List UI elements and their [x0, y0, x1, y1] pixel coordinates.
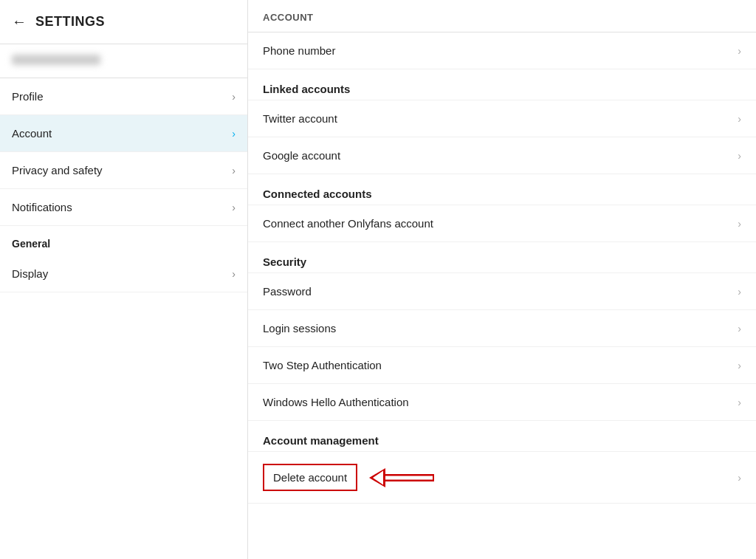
chevron-right-icon: › — [232, 165, 236, 176]
sidebar-item-privacy[interactable]: Privacy and safety › — [0, 152, 247, 189]
content-row-twitter[interactable]: Twitter account › — [248, 100, 756, 137]
row-label: Phone number — [263, 44, 335, 57]
back-icon[interactable]: ← — [12, 13, 27, 30]
sidebar-title: SETTINGS — [35, 14, 105, 30]
sidebar-item-account[interactable]: Account › — [0, 115, 247, 152]
row-label: Password — [263, 285, 312, 298]
section-connected-accounts: Connected accounts — [248, 174, 756, 205]
sidebar-item-label: Account — [12, 127, 52, 140]
content-row-login-sessions[interactable]: Login sessions › — [248, 310, 756, 347]
section-account-management: Account management — [248, 421, 756, 452]
chevron-right-icon: › — [232, 128, 236, 140]
sidebar-item-label: Profile — [12, 90, 44, 103]
content-row-google[interactable]: Google account › — [248, 137, 756, 174]
content-title: ACCOUNT — [263, 12, 741, 23]
content-row-phone[interactable]: Phone number › — [248, 32, 756, 69]
chevron-right-icon: › — [232, 91, 236, 103]
chevron-right-icon: › — [738, 472, 741, 484]
content-row-password[interactable]: Password › — [248, 273, 756, 310]
row-label: Login sessions — [263, 322, 336, 335]
row-label: Two Step Authentication — [263, 359, 382, 371]
content-row-windows-hello[interactable]: Windows Hello Authentication › — [248, 384, 756, 421]
sidebar-item-display[interactable]: Display › — [0, 256, 247, 292]
chevron-right-icon: › — [738, 360, 741, 371]
chevron-right-icon: › — [232, 268, 236, 280]
user-name-blurred — [12, 55, 100, 65]
red-arrow-icon — [369, 466, 436, 490]
chevron-right-icon: › — [738, 286, 741, 298]
delete-account-row[interactable]: Delete account › — [248, 452, 756, 504]
sidebar: ← SETTINGS Profile › Account › Privacy a… — [0, 0, 248, 559]
sidebar-item-label: Display — [12, 267, 48, 280]
delete-account-label: Delete account — [273, 471, 347, 484]
content-panel: ACCOUNT Phone number › Linked accounts T… — [248, 0, 756, 559]
row-label: Connect another Onlyfans account — [263, 217, 433, 230]
chevron-right-icon: › — [738, 397, 741, 408]
chevron-right-icon: › — [738, 45, 741, 57]
chevron-right-icon: › — [232, 202, 236, 213]
chevron-right-icon: › — [738, 218, 741, 230]
svg-rect-3 — [385, 476, 433, 479]
section-security: Security — [248, 242, 756, 273]
row-label: Google account — [263, 149, 340, 162]
chevron-right-icon: › — [738, 150, 741, 162]
sidebar-item-profile[interactable]: Profile › — [0, 78, 247, 115]
row-label: Windows Hello Authentication — [263, 396, 409, 408]
delete-account-box: Delete account — [263, 464, 357, 491]
chevron-right-icon: › — [738, 113, 741, 125]
row-label: Twitter account — [263, 112, 337, 125]
content-row-two-step[interactable]: Two Step Authentication › — [248, 347, 756, 384]
sidebar-item-label: Privacy and safety — [12, 164, 103, 176]
content-header: ACCOUNT — [248, 0, 756, 32]
section-linked-accounts: Linked accounts — [248, 69, 756, 100]
sidebar-header: ← SETTINGS — [0, 0, 247, 44]
user-blurred-row — [0, 44, 247, 78]
general-section-label: General — [0, 226, 247, 256]
content-row-connect-of[interactable]: Connect another Onlyfans account › — [248, 205, 756, 242]
sidebar-item-label: Notifications — [12, 201, 72, 213]
chevron-right-icon: › — [738, 323, 741, 335]
sidebar-item-notifications[interactable]: Notifications › — [0, 189, 247, 226]
